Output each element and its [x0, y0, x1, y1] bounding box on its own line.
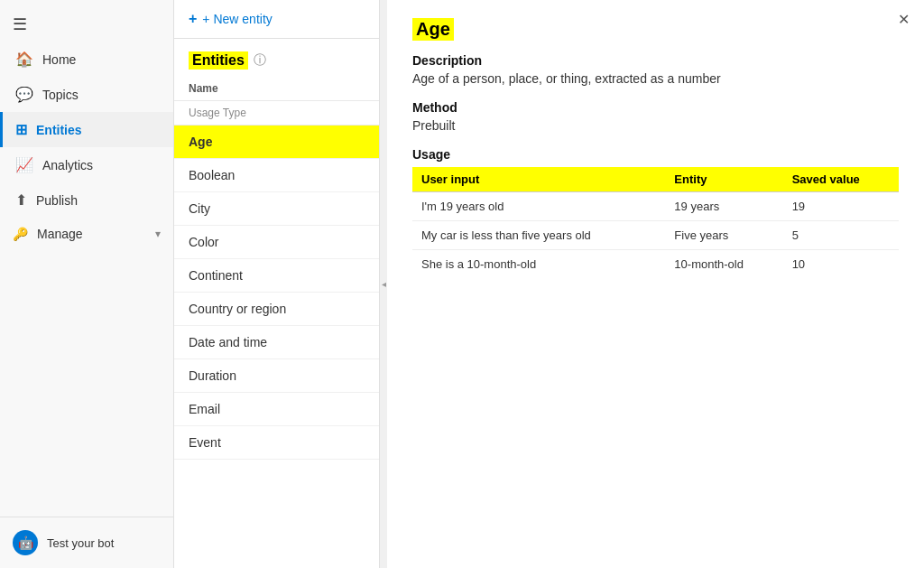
sidebar-label-home: Home [42, 52, 76, 67]
entity-list: Usage Type Age Boolean City Color Contin… [174, 101, 379, 568]
new-entity-label: + New entity [202, 12, 272, 26]
entity-item-continent[interactable]: Continent [174, 259, 379, 293]
sidebar-item-manage[interactable]: 🔑 Manage ▾ [0, 218, 173, 250]
sidebar-label-analytics: Analytics [42, 158, 93, 172]
bot-avatar: 🤖 [13, 530, 38, 555]
publish-icon: ⬆ [15, 191, 27, 209]
sidebar: ☰ 🏠 Home 💬 Topics ⊞ Entities 📈 Analytics… [0, 0, 174, 568]
saved-value-2: 5 [783, 221, 899, 250]
topics-icon: 💬 [15, 86, 33, 103]
method-label: Method [412, 100, 899, 115]
user-input-1: I'm 19 years old [412, 192, 665, 221]
table-row: My car is less than five years old Five … [412, 221, 899, 250]
new-entity-plus-icon: + [189, 11, 197, 27]
manage-icon: 🔑 [13, 227, 28, 241]
method-value: Prebuilt [412, 118, 899, 133]
sidebar-item-entities[interactable]: ⊞ Entities [0, 112, 173, 147]
entities-panel: + + New entity Entities ⓘ Name Usage Typ… [174, 0, 380, 568]
table-row: She is a 10-month-old 10-month-old 10 [412, 250, 899, 279]
sidebar-label-entities: Entities [36, 123, 82, 137]
entities-title: Entities [189, 51, 248, 70]
saved-value-1: 19 [783, 192, 899, 221]
sidebar-label-publish: Publish [36, 193, 78, 208]
sidebar-label-topics: Topics [42, 88, 79, 102]
description-label: Description [412, 53, 899, 68]
sidebar-item-publish[interactable]: ⬆ Publish [0, 182, 173, 218]
entity-3: 10-month-old [665, 250, 782, 279]
entity-item-color[interactable]: Color [174, 226, 379, 259]
entities-icon: ⊞ [15, 121, 27, 138]
analytics-icon: 📈 [15, 156, 33, 173]
resize-handle[interactable] [380, 0, 387, 568]
col-saved-value-header: Saved value [783, 167, 899, 192]
entity-item-duration[interactable]: Duration [174, 359, 379, 393]
user-input-2: My car is less than five years old [412, 221, 665, 250]
col-name-header: Name [174, 77, 379, 101]
detail-panel: ✕ Age Description Age of a person, place… [387, 0, 924, 568]
col-usage-type-header: Usage Type [174, 101, 379, 126]
sidebar-item-topics[interactable]: 💬 Topics [0, 77, 173, 112]
entity-item-country-region[interactable]: Country or region [174, 293, 379, 326]
entity-item-date-time[interactable]: Date and time [174, 326, 379, 359]
detail-title: Age [412, 18, 454, 41]
test-bot-button[interactable]: 🤖 Test your bot [0, 517, 173, 568]
table-row: I'm 19 years old 19 years 19 [412, 192, 899, 221]
home-icon: 🏠 [15, 51, 33, 68]
sidebar-label-manage: Manage [37, 227, 83, 241]
usage-label: Usage [412, 147, 899, 162]
hamburger-icon[interactable]: ☰ [0, 0, 173, 42]
entity-item-age[interactable]: Age [174, 126, 379, 159]
entity-item-event[interactable]: Event [174, 426, 379, 460]
new-entity-button[interactable]: + + New entity [174, 0, 379, 39]
info-icon[interactable]: ⓘ [254, 52, 266, 69]
chevron-down-icon: ▾ [155, 228, 161, 240]
description-value: Age of a person, place, or thing, extrac… [412, 71, 899, 86]
col-user-input-header: User input [412, 167, 665, 192]
entity-item-city[interactable]: City [174, 192, 379, 226]
col-entity-header: Entity [665, 167, 782, 192]
close-button[interactable]: ✕ [898, 13, 910, 27]
sidebar-item-home[interactable]: 🏠 Home [0, 42, 173, 77]
sidebar-item-analytics[interactable]: 📈 Analytics [0, 147, 173, 182]
test-bot-label: Test your bot [47, 536, 114, 550]
entity-1: 19 years [665, 192, 782, 221]
usage-table: User input Entity Saved value I'm 19 yea… [412, 167, 899, 278]
entity-item-email[interactable]: Email [174, 393, 379, 426]
user-input-3: She is a 10-month-old [412, 250, 665, 279]
sidebar-nav: 🏠 Home 💬 Topics ⊞ Entities 📈 Analytics ⬆… [0, 42, 173, 517]
entity-2: Five years [665, 221, 782, 250]
saved-value-3: 10 [783, 250, 899, 279]
entities-header: Entities ⓘ [174, 39, 379, 77]
entity-item-boolean[interactable]: Boolean [174, 159, 379, 192]
